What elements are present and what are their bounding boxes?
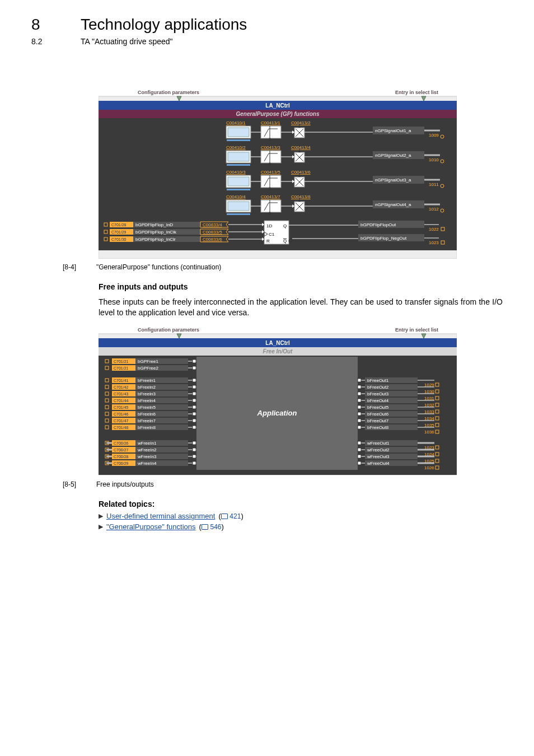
free-out-label: bFreeOut3 — [367, 391, 389, 396]
related-link-row: ▶ "GeneralPurpose" functions ( 546) — [99, 522, 503, 531]
triangle-icon: ▶ — [99, 512, 103, 520]
code-link[interactable]: C00410/2 — [226, 145, 246, 150]
svg-rect-192 — [358, 405, 361, 409]
free-out-label: wFreeOut2 — [367, 447, 390, 452]
free-in-label: bGPFree2 — [138, 366, 158, 371]
svg-rect-234 — [193, 461, 196, 465]
port-label: C701/41 — [114, 379, 129, 382]
config-params-label: Configuration parameters — [138, 327, 199, 333]
ff-output-label: bGPDFlipFlop_NegOut — [360, 236, 407, 241]
port-label: C700/27 — [114, 448, 129, 452]
code-link[interactable]: C00413/6 — [291, 170, 311, 175]
svg-rect-48 — [261, 175, 281, 188]
related-link[interactable]: "GeneralPurpose" functions — [106, 522, 196, 531]
code-link[interactable]: C00413/8 — [291, 194, 311, 199]
free-out-label: bFreeOut8 — [367, 425, 389, 430]
code-link[interactable]: C00410/3 — [226, 170, 246, 175]
ff-input-label: bGPDFlipFlop_InClk — [135, 230, 177, 235]
config-params-label: Configuration parameters — [138, 90, 199, 95]
free-in-label: bFreeIn3 — [138, 391, 156, 396]
code-link[interactable]: C00833/5 — [203, 230, 222, 235]
free-out-label: wFreeOut4 — [367, 461, 390, 466]
svg-rect-140 — [193, 385, 196, 389]
svg-rect-85 — [227, 213, 250, 215]
port-label: C701/44 — [114, 399, 129, 403]
port-label: C701/29 — [111, 230, 127, 234]
code-link[interactable]: C00413/3 — [261, 145, 280, 150]
signal-out-label: nGPSignalOut4_a — [375, 202, 411, 207]
port-label: C701/21 — [114, 360, 129, 363]
figure-id: [8-5] — [63, 480, 87, 488]
port-label: C701/42 — [114, 385, 129, 389]
code-link[interactable]: C00833/6 — [203, 237, 222, 242]
svg-rect-145 — [193, 392, 196, 395]
ff-input-label: bGPDFlipFlop_InClr — [135, 237, 176, 242]
select-num: 1009 — [429, 133, 439, 138]
port-label: C701/45 — [114, 405, 129, 409]
select-num: 1023 — [429, 240, 439, 245]
signal-out-label: nGPSignalOut1_a — [375, 128, 411, 133]
sub-title: GeneralPurpose (GP) functions — [236, 111, 320, 117]
sub-title: Free In/Out — [263, 348, 293, 354]
ff-pin: Q — [283, 223, 287, 228]
free-in-label: bFreeIn7 — [138, 418, 156, 423]
section-title: TA "Actuating drive speed" — [81, 37, 173, 46]
signal-out-label: nGPSignalOut2_a — [375, 153, 411, 158]
code-link[interactable]: C00833/4 — [203, 222, 222, 227]
entry-select-label: Entry in select list — [395, 327, 438, 333]
svg-rect-241 — [358, 448, 361, 451]
svg-rect-155 — [193, 405, 196, 409]
svg-rect-197 — [358, 412, 361, 416]
free-in-label: bFreeIn1 — [138, 378, 156, 383]
port-label: C701/47 — [114, 419, 129, 423]
port-label: C700/28 — [114, 455, 129, 459]
related-topics-heading: Related topics: — [99, 500, 503, 508]
bar-title: LA_NCtrl — [265, 102, 290, 109]
triangle-icon: ▶ — [99, 523, 103, 530]
free-in-label: bFreeIn6 — [138, 412, 156, 417]
code-link[interactable]: C00413/2 — [291, 120, 311, 125]
svg-rect-135 — [193, 379, 196, 382]
related-link[interactable]: User-defined terminal assignment — [106, 512, 215, 520]
svg-rect-246 — [358, 455, 361, 458]
code-link[interactable]: C00410/4 — [226, 194, 246, 199]
chapter-number: 8 — [31, 16, 65, 34]
select-num: 1012 — [429, 207, 439, 212]
port-label: C701/21 — [114, 366, 129, 370]
related-link-row: ▶ User-defined terminal assignment ( 421… — [99, 512, 503, 520]
svg-rect-3 — [99, 118, 216, 219]
free-out-label: wFreeOut3 — [367, 454, 390, 459]
entry-select-label: Entry in select list — [395, 90, 438, 95]
application-label: Application — [257, 409, 297, 417]
section-number: 8.2 — [31, 37, 65, 46]
svg-rect-165 — [193, 419, 196, 422]
code-link[interactable]: C00413/7 — [261, 194, 280, 199]
page-ref-group: ( 546) — [199, 522, 224, 531]
svg-rect-202 — [358, 419, 361, 422]
code-link[interactable]: C00410/1 — [226, 120, 246, 125]
svg-rect-130 — [193, 366, 196, 370]
free-out-label: bFreeOut2 — [367, 385, 389, 390]
svg-rect-150 — [193, 399, 196, 402]
svg-rect-228 — [193, 455, 196, 458]
code-link[interactable]: C00413/4 — [291, 145, 311, 150]
code-link[interactable]: C00413/1 — [261, 120, 280, 125]
ff-pin: R — [266, 239, 270, 244]
page-ref[interactable]: 421 — [229, 512, 241, 520]
chapter-title: Technology applications — [81, 16, 247, 34]
port-label: C701/43 — [114, 392, 129, 396]
svg-rect-7 — [228, 128, 249, 137]
free-in-label: bFreeIn5 — [138, 405, 156, 410]
figure-id: [8-4] — [63, 263, 87, 271]
free-io-paragraph: These inputs can be freely interconnecte… — [99, 297, 503, 318]
free-in-label: bFreeIn2 — [138, 385, 156, 390]
figure-caption: "GeneralPurpose" functions (continuation… — [96, 263, 221, 271]
free-out-label: bFreeOut1 — [367, 378, 389, 383]
free-in-label: wFreeIn3 — [137, 454, 157, 459]
signal-out-label: nGPSignalOut3_a — [375, 178, 411, 183]
book-icon — [221, 514, 228, 519]
svg-rect-251 — [358, 461, 361, 465]
svg-rect-68 — [261, 200, 281, 212]
code-link[interactable]: C00413/5 — [261, 170, 280, 175]
page-ref[interactable]: 546 — [210, 523, 222, 531]
